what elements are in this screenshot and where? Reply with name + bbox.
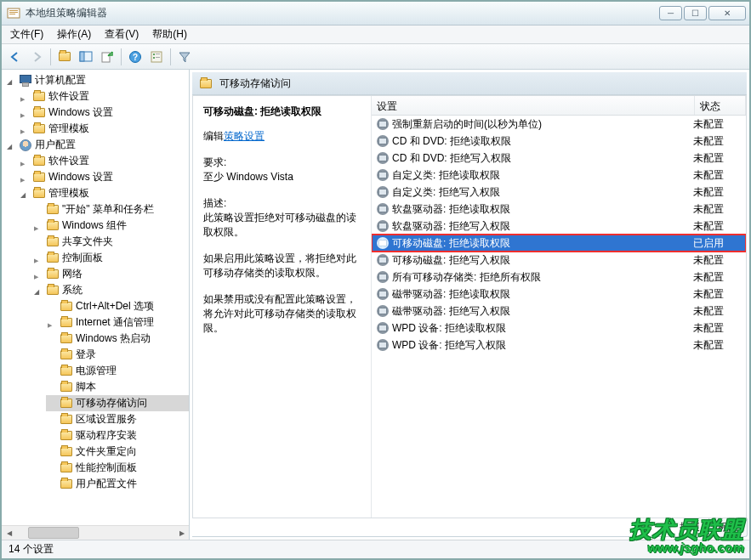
policy-row[interactable]: CD 和 DVD: 拒绝写入权限未配置 xyxy=(372,150,746,167)
tree-driver-install[interactable]: 驱动程序安装 xyxy=(46,427,189,444)
tree-control-panel[interactable]: 控制面板 xyxy=(32,250,189,266)
tree-logon[interactable]: 登录 xyxy=(46,347,189,363)
up-button[interactable] xyxy=(54,47,75,67)
tree-admin-templates[interactable]: 管理模板 xyxy=(19,185,189,201)
tree-internet-comm[interactable]: Internet 通信管理 xyxy=(46,314,189,331)
folder-icon xyxy=(47,221,59,230)
tree-folder-redirect[interactable]: 文件夹重定向 xyxy=(46,444,189,460)
menu-help[interactable]: 帮助(H) xyxy=(145,25,194,43)
menu-view[interactable]: 查看(V) xyxy=(98,25,145,43)
tree-label: 计算机配置 xyxy=(35,73,86,88)
policy-label: 所有可移动存储类: 拒绝所有权限 xyxy=(392,270,541,285)
maximize-button[interactable]: ☐ xyxy=(684,6,707,20)
tree-scripts[interactable]: 脚本 xyxy=(46,379,189,395)
policy-row[interactable]: 可移动磁盘: 拒绝写入权限未配置 xyxy=(372,252,746,269)
policy-row[interactable]: 自定义类: 拒绝写入权限未配置 xyxy=(372,184,746,201)
policy-row[interactable]: 所有可移动存储类: 拒绝所有权限未配置 xyxy=(372,269,746,286)
tree-windows-settings[interactable]: Windows 设置 xyxy=(19,169,189,185)
back-button[interactable] xyxy=(5,47,26,67)
policy-row[interactable]: 磁带驱动器: 拒绝读取权限未配置 xyxy=(372,286,746,303)
tree-removable-storage[interactable]: 可移动存储访问 xyxy=(46,395,189,411)
svg-rect-6 xyxy=(102,53,110,62)
column-setting[interactable]: 设置 xyxy=(372,96,695,115)
menu-action[interactable]: 操作(A) xyxy=(50,25,98,43)
minimize-button[interactable]: ─ xyxy=(659,6,682,20)
tree-power-mgmt[interactable]: 电源管理 xyxy=(46,363,189,379)
tree-scrollbar-h[interactable]: ◀▶ xyxy=(2,525,189,540)
tab-standard[interactable]: 标准 xyxy=(708,518,748,537)
tree-user-profiles[interactable]: 用户配置文件 xyxy=(46,476,189,492)
help-button[interactable]: ? xyxy=(125,47,145,67)
content-area: 可移动磁盘: 拒绝读取权限 编辑策略设置 要求: 至少 Windows Vist… xyxy=(192,95,747,518)
policy-name: 可移动磁盘: 拒绝读取权限 xyxy=(203,105,364,119)
policy-row[interactable]: WPD 设备: 拒绝写入权限未配置 xyxy=(372,337,746,354)
tabs-spacer xyxy=(192,536,670,537)
tree-shared-folders[interactable]: 共享文件夹 xyxy=(32,234,189,250)
folder-icon xyxy=(33,108,45,117)
tree: 计算机配置 软件设置 Windows 设置 管理模板 用户配置 软件设置 Win… xyxy=(3,72,189,492)
tree-system[interactable]: 系统 xyxy=(32,282,189,298)
policy-icon xyxy=(377,339,389,351)
folder-icon xyxy=(200,79,212,88)
tree-pane[interactable]: 计算机配置 软件设置 Windows 设置 管理模板 用户配置 软件设置 Win… xyxy=(2,70,190,540)
tree-network[interactable]: 网络 xyxy=(32,266,189,282)
properties-button[interactable] xyxy=(146,47,167,67)
tree-perf-cpl[interactable]: 性能控制面板 xyxy=(46,460,189,476)
description-text: 此策略设置拒绝对可移动磁盘的读取权限。 xyxy=(203,211,364,240)
tree-windows-components[interactable]: Windows 组件 xyxy=(32,218,189,234)
filter-button[interactable] xyxy=(174,47,195,67)
tree-label: 系统 xyxy=(62,283,82,297)
show-hide-tree-button[interactable] xyxy=(76,47,96,67)
tree-windows-hotstart[interactable]: Windows 热启动 xyxy=(46,331,189,347)
edit-policy-link[interactable]: 策略设置 xyxy=(224,130,265,142)
policy-row[interactable]: 可移动磁盘: 拒绝读取权限已启用 xyxy=(372,235,746,252)
policy-row[interactable]: 软盘驱动器: 拒绝读取权限未配置 xyxy=(372,201,746,218)
policy-label: 磁带驱动器: 拒绝写入权限 xyxy=(392,304,510,319)
export-button[interactable] xyxy=(97,47,117,67)
folder-icon xyxy=(33,92,45,101)
tree-user-config[interactable]: 用户配置 xyxy=(5,137,189,153)
tree-software-settings[interactable]: 软件设置 xyxy=(19,88,189,105)
tab-extended[interactable]: 扩展 xyxy=(670,518,709,537)
close-button[interactable]: ✕ xyxy=(708,6,746,20)
folder-icon xyxy=(60,302,72,311)
tree-computer-config[interactable]: 计算机配置 xyxy=(5,72,189,88)
window-buttons: ─ ☐ ✕ xyxy=(659,6,746,20)
list-body[interactable]: 强制重新启动的时间(以秒为单位)未配置CD 和 DVD: 拒绝读取权限未配置CD… xyxy=(372,116,746,518)
forward-button[interactable] xyxy=(26,47,47,67)
policy-icon xyxy=(377,118,389,130)
folder-icon xyxy=(60,463,72,472)
right-pane: 可移动存储访问 可移动磁盘: 拒绝读取权限 编辑策略设置 要求: 至少 Wind… xyxy=(190,70,749,540)
tree-label: 共享文件夹 xyxy=(62,235,113,249)
tree-label: Windows 设置 xyxy=(48,105,113,120)
menu-file[interactable]: 文件(F) xyxy=(3,25,50,43)
statusbar: 14 个设置 xyxy=(2,540,749,558)
policy-label: 自定义类: 拒绝写入权限 xyxy=(392,185,500,200)
policy-icon xyxy=(377,271,389,283)
policy-row[interactable]: 磁带驱动器: 拒绝写入权限未配置 xyxy=(372,303,746,320)
computer-icon xyxy=(20,75,31,87)
tree-label: Windows 组件 xyxy=(62,218,127,233)
folder-icon xyxy=(47,269,59,279)
tree-label: 软件设置 xyxy=(48,154,89,168)
tree-software-settings[interactable]: 软件设置 xyxy=(19,153,189,169)
tree-start-taskbar[interactable]: "开始" 菜单和任务栏 xyxy=(32,201,189,218)
policy-row[interactable]: CD 和 DVD: 拒绝读取权限未配置 xyxy=(372,133,746,150)
tree-locale-services[interactable]: 区域设置服务 xyxy=(46,411,189,427)
policy-row[interactable]: WPD 设备: 拒绝读取权限未配置 xyxy=(372,320,746,337)
policy-row[interactable]: 软盘驱动器: 拒绝写入权限未配置 xyxy=(372,218,746,235)
policy-row[interactable]: 强制重新启动的时间(以秒为单位)未配置 xyxy=(372,116,746,133)
tree-windows-settings[interactable]: Windows 设置 xyxy=(19,105,189,121)
tree-ctrl-alt-del[interactable]: Ctrl+Alt+Del 选项 xyxy=(46,298,189,314)
svg-text:?: ? xyxy=(133,53,138,62)
policy-row[interactable]: 自定义类: 拒绝读取权限未配置 xyxy=(372,167,746,184)
tree-label: 电源管理 xyxy=(76,364,117,378)
policy-icon xyxy=(377,220,389,232)
svg-rect-11 xyxy=(156,54,160,54)
tree-label: 驱动程序安装 xyxy=(76,428,137,443)
folder-icon xyxy=(60,415,72,424)
tree-admin-templates[interactable]: 管理模板 xyxy=(19,121,189,137)
tree-label: 网络 xyxy=(62,267,82,281)
user-icon xyxy=(20,139,31,151)
column-state[interactable]: 状态 xyxy=(695,96,746,115)
